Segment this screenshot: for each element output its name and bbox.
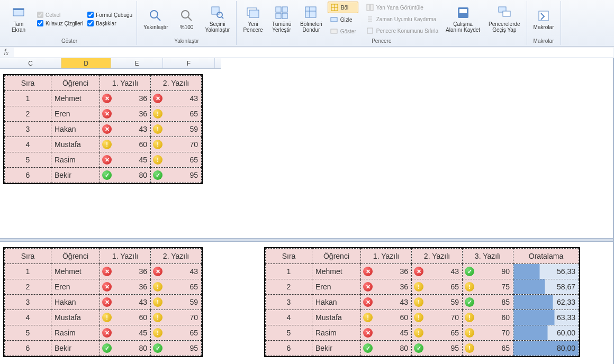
cell-y2[interactable]: !65 <box>151 325 202 341</box>
cell-y3[interactable]: !60 <box>463 310 513 325</box>
column-header-E[interactable]: E <box>111 58 163 68</box>
cell-sira[interactable]: 3 <box>5 295 51 310</box>
cell-name[interactable]: Mehmet <box>51 91 100 106</box>
cell-y1[interactable]: ✕43 <box>100 122 151 137</box>
split-button[interactable]: Böl <box>328 2 358 13</box>
cell-y2[interactable]: ✕43 <box>151 91 202 106</box>
cell-y3[interactable]: !70 <box>463 325 513 341</box>
cell-name[interactable]: Bekir <box>51 168 100 183</box>
cell-name[interactable]: Eren <box>51 279 100 295</box>
cell-sira[interactable]: 2 <box>5 279 51 295</box>
cell-name[interactable]: Mustafa <box>312 310 361 325</box>
fullscreen-button[interactable]: TamEkran <box>5 4 32 34</box>
cell-sira[interactable]: 1 <box>5 91 51 106</box>
cell-ort[interactable]: 80,00 <box>513 341 579 356</box>
cell-sira[interactable]: 2 <box>266 279 312 295</box>
cell-sira[interactable]: 2 <box>5 106 51 122</box>
cell-name[interactable]: Eren <box>51 106 100 122</box>
cell-name[interactable]: Mustafa <box>51 310 100 325</box>
cell-y1[interactable]: ✕45 <box>100 152 151 168</box>
cell-y2[interactable]: ✓95 <box>412 341 463 356</box>
cell-sira[interactable]: 3 <box>5 122 51 137</box>
cell-y2[interactable]: !59 <box>412 295 463 310</box>
cell-y1[interactable]: !60 <box>100 137 151 152</box>
cell-y2[interactable]: !59 <box>151 295 202 310</box>
cell-y2[interactable]: !65 <box>412 279 463 295</box>
column-header-F[interactable]: F <box>163 58 215 68</box>
cell-name[interactable]: Hakan <box>51 295 100 310</box>
cell-y2[interactable]: !70 <box>151 310 202 325</box>
cell-ort[interactable]: 56,33 <box>513 264 579 279</box>
cell-y1[interactable]: ✕45 <box>361 325 412 341</box>
cell-y1[interactable]: ✕36 <box>361 279 412 295</box>
ruler-checkbox[interactable]: Cetvel <box>36 11 84 19</box>
cell-y3[interactable]: ✓90 <box>463 264 513 279</box>
cell-y2[interactable]: !59 <box>151 122 202 137</box>
column-header-B[interactable]: B <box>217 58 221 68</box>
cell-y2[interactable]: !65 <box>412 325 463 341</box>
cell-ort[interactable]: 63,33 <box>513 310 579 325</box>
formula-input[interactable] <box>14 48 613 57</box>
cell-sira[interactable]: 6 <box>266 341 312 356</box>
cell-y3[interactable]: ✓85 <box>463 295 513 310</box>
cell-y1[interactable]: !60 <box>100 310 151 325</box>
cell-y1[interactable]: ✕43 <box>100 295 151 310</box>
freeze-panes-button[interactable]: BölmeleriDondur <box>297 4 326 34</box>
cell-sira[interactable]: 6 <box>5 341 51 356</box>
cell-sira[interactable]: 1 <box>266 264 312 279</box>
fx-icon[interactable]: fx <box>0 48 13 56</box>
cell-y2[interactable]: !65 <box>151 279 202 295</box>
cell-name[interactable]: Rasim <box>312 325 361 341</box>
cell-name[interactable]: Rasim <box>51 152 100 168</box>
cell-ort[interactable]: 60,00 <box>513 325 579 341</box>
cell-ort[interactable]: 62,33 <box>513 295 579 310</box>
cell-y1[interactable]: ✓80 <box>100 168 151 183</box>
cell-y2[interactable]: !65 <box>151 152 202 168</box>
split-bar-horizontal[interactable] <box>0 238 613 242</box>
save-workspace-button[interactable]: ÇalışmaAlanını Kaydet <box>443 4 483 34</box>
switch-windows-button[interactable]: PencerelerdeGeçiş Yap <box>485 4 523 34</box>
formula-bar-checkbox[interactable]: Formül Çubuğu <box>86 11 133 19</box>
cell-name[interactable]: Bekir <box>51 341 100 356</box>
cell-name[interactable]: Mustafa <box>51 137 100 152</box>
cell-name[interactable]: Hakan <box>312 295 361 310</box>
cell-y3[interactable]: !65 <box>463 341 513 356</box>
zoom-selection-button[interactable]: SeçimiYakınlaştır <box>202 4 233 34</box>
cell-sira[interactable]: 6 <box>5 168 51 183</box>
cell-y2[interactable]: !70 <box>151 137 202 152</box>
cell-sira[interactable]: 5 <box>5 152 51 168</box>
cell-sira[interactable]: 4 <box>266 310 312 325</box>
headings-checkbox[interactable]: Başlıklar <box>86 20 133 27</box>
gridlines-checkbox[interactable]: Kılavuz Çizgileri <box>36 20 84 27</box>
cell-sira[interactable]: 1 <box>5 264 51 279</box>
cell-y1[interactable]: ✓80 <box>100 341 151 356</box>
cell-y2[interactable]: ✕43 <box>412 264 463 279</box>
cell-y2[interactable]: ✕43 <box>151 264 202 279</box>
cell-sira[interactable]: 4 <box>5 310 51 325</box>
column-header-D[interactable]: D <box>61 58 111 68</box>
cell-name[interactable]: Bekir <box>312 341 361 356</box>
cell-ort[interactable]: 58,67 <box>513 279 579 295</box>
cell-y1[interactable]: ✕36 <box>100 279 151 295</box>
cell-sira[interactable]: 5 <box>266 325 312 341</box>
cell-y1[interactable]: ✕43 <box>361 295 412 310</box>
hide-button[interactable]: Gizle <box>328 14 358 25</box>
cell-sira[interactable]: 3 <box>266 295 312 310</box>
zoom-100-button[interactable]: %100 <box>174 7 200 31</box>
cell-sira[interactable]: 5 <box>5 325 51 341</box>
cell-y1[interactable]: ✕45 <box>100 325 151 341</box>
new-window-button[interactable]: YeniPencere <box>240 4 266 34</box>
cell-y2[interactable]: ✓95 <box>151 341 202 356</box>
cell-sira[interactable]: 4 <box>5 137 51 152</box>
cell-name[interactable]: Mehmet <box>312 264 361 279</box>
zoom-button[interactable]: Yakınlaştır <box>140 7 171 31</box>
arrange-all-button[interactable]: TümünüYerleştir <box>268 4 295 34</box>
cell-y1[interactable]: ✕36 <box>100 106 151 122</box>
cell-y2[interactable]: !70 <box>412 310 463 325</box>
column-header-C[interactable]: C <box>0 58 61 68</box>
cell-y1[interactable]: ✓80 <box>361 341 412 356</box>
cell-y1[interactable]: ✕36 <box>100 264 151 279</box>
cell-name[interactable]: Mehmet <box>51 264 100 279</box>
cell-y2[interactable]: ✓95 <box>151 168 202 183</box>
cell-y1[interactable]: !60 <box>361 310 412 325</box>
